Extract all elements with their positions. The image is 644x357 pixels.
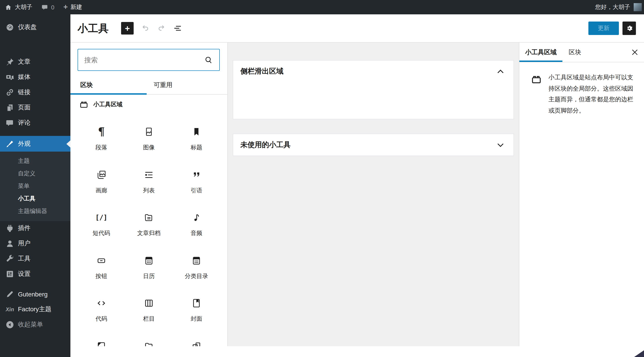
sidebar-item-label: 页面 [18,104,30,112]
sidebar-item-label: 用户 [18,240,30,248]
block-item-categories[interactable]: 分类目录 [173,250,220,292]
bottom-strip [70,346,644,357]
sidebar-item-label: 文章 [18,58,30,66]
block-item-code[interactable]: 代码 [78,292,125,335]
sidebar-item-label: 链接 [18,88,30,96]
submenu-item-theme-editor[interactable]: 主题编辑器 [0,205,70,218]
sidebar-item-label: 仪表盘 [18,23,37,32]
sidebar-item-links[interactable]: 链接 [0,85,70,100]
block-item-gallery[interactable]: 画廊 [78,164,125,207]
update-button[interactable]: 更新 [588,22,619,35]
block-grid: ¶ 段落 图像 标题 画廊 [78,121,220,346]
chevron-down-icon[interactable] [497,143,504,147]
sidebar-item-factory-theme[interactable]: Xin Factory主题 [0,302,70,317]
chevron-up-icon[interactable] [497,69,504,73]
editor-header: 小工具 + 更新 [70,14,644,42]
pencil-icon [6,290,14,299]
block-item-columns[interactable]: 栏目 [125,292,173,335]
sidebar-item-appearance[interactable]: 外观 [0,136,70,152]
undo-button[interactable] [139,22,152,34]
sidebar-item-plugins[interactable]: 插件 [0,221,70,236]
user-icon [6,239,14,248]
archives-folder-icon [144,212,154,223]
submenu-item-themes[interactable]: 主题 [0,155,70,167]
submenu-item-widgets[interactable]: 小工具 [0,192,70,205]
inserter-tabs: 区块 可重用 [70,76,227,95]
tab-reusable[interactable]: 可重用 [146,76,172,94]
submenu-item-customize[interactable]: 自定义 [0,167,70,180]
settings-sidebar: 小工具区域 区块 小工具区域是站点布局中可以支持区块的全局部分。这些区域因主题而… [519,42,644,346]
sidebar-item-dashboard[interactable]: 仪表盘 [0,20,70,35]
comments-icon [6,118,14,127]
admin-top-bar: 大胡子 0 + 新建 您好，大胡子 [0,0,644,14]
widgets-canvas: 侧栏滑出区域 未使用的小工具 [227,42,519,346]
gallery-icon [96,169,107,180]
widget-area-section-header: 小工具区域 [80,100,122,109]
user-greeting[interactable]: 您好，大胡子 [595,3,630,11]
collapse-arrow-icon [6,320,14,329]
search-input[interactable] [78,56,204,64]
close-sidebar-button[interactable] [631,48,638,56]
sliders-icon [6,270,14,278]
new-label: 新建 [70,3,82,11]
panel-header[interactable]: 侧栏滑出区域 [233,60,514,82]
sidebar-item-label: 工具 [18,255,30,263]
active-menu-arrow [66,140,70,147]
avatar[interactable] [634,3,642,11]
site-menu[interactable]: 大胡子 [0,0,37,14]
sidebar-item-label: 外观 [18,140,30,148]
submenu-item-menus[interactable]: 菜单 [0,180,70,192]
sidebar-item-label: 插件 [18,224,30,232]
redo-button[interactable] [155,22,168,34]
list-view-button[interactable] [171,22,184,34]
block-item-image[interactable]: 图像 [125,121,173,164]
block-item-cover[interactable]: 封面 [173,292,220,335]
sidebar-item-media[interactable]: 媒体 [0,70,70,85]
columns-icon [144,298,154,308]
archive-box-icon [531,74,542,116]
sidebar-item-pages[interactable]: 页面 [0,100,70,115]
sidebar-item-comments[interactable]: 评论 [0,115,70,130]
widget-area-panel-sidebar-slideout: 侧栏滑出区域 [233,60,514,119]
new-content-menu[interactable]: + 新建 [59,0,86,14]
block-item-group[interactable] [173,335,220,346]
categories-icon [191,255,202,266]
admin-side-menu: 仪表盘 文章 媒体 链接 页面 [0,14,70,357]
gear-icon [625,24,633,32]
block-item-shortcode[interactable]: [/] 短代码 [78,207,125,250]
panel-header[interactable]: 未使用的小工具 [233,134,514,156]
block-item-button[interactable]: 按钮 [78,250,125,292]
sidebar-item-tools[interactable]: 工具 [0,251,70,266]
tab-block[interactable]: 区块 [562,48,581,56]
panel-title: 未使用的小工具 [240,140,290,150]
block-item-paragraph[interactable]: ¶ 段落 [78,121,125,164]
widget-area-panel-inactive: 未使用的小工具 [233,134,514,156]
sidebar-item-collapse-menu[interactable]: 收起菜单 [0,317,70,332]
block-item-heading[interactable]: 标题 [173,121,220,164]
home-icon [4,3,12,11]
plugin-icon [6,224,14,233]
block-item-quote[interactable]: 引语 [173,164,220,207]
settings-gear-button[interactable] [622,22,636,35]
block-item-custom-html[interactable] [78,335,125,346]
tab-blocks[interactable]: 区块 [70,76,146,94]
shortcode-icon: [/] [96,212,107,223]
sidebar-item-label: 收起菜单 [18,321,43,329]
comments-menu[interactable]: 0 [37,0,59,14]
appearance-brush-icon [6,139,14,148]
block-item-file[interactable] [125,335,173,346]
sidebar-item-posts[interactable]: 文章 [0,54,70,70]
block-item-audio[interactable]: 音频 [173,207,220,250]
block-item-calendar[interactable]: 日历 [125,250,173,292]
block-item-list[interactable]: 列表 [125,164,173,207]
tab-widget-area[interactable]: 小工具区域 [519,48,562,56]
description-text: 小工具区域是站点布局中可以支持区块的全局部分。这些区域因主题而异，但通常都是您的… [548,72,638,116]
block-item-archives[interactable]: 文章归档 [125,207,173,250]
add-block-button[interactable]: + [121,22,134,34]
sidebar-item-users[interactable]: 用户 [0,236,70,251]
link-icon [6,88,14,97]
sidebar-item-settings[interactable]: 设置 [0,266,70,282]
media-icon [6,73,14,82]
xin-logo-icon: Xin [6,305,14,314]
sidebar-item-gutenberg[interactable]: Gutenberg [0,286,70,302]
